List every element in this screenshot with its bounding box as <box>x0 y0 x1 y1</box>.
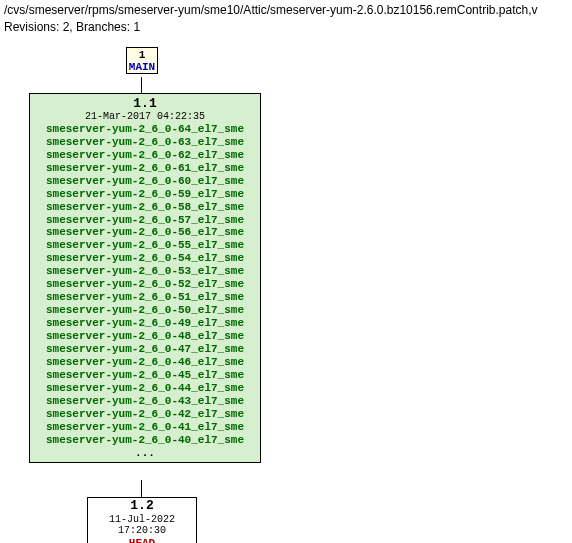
tag-entry: smeserver-yum-2_6_0-59_el7_sme <box>33 188 257 201</box>
tag-entry: smeserver-yum-2_6_0-57_el7_sme <box>33 214 257 227</box>
revisions-line: Revisions: 2, Branches: 1 <box>4 19 568 36</box>
tag-entry: smeserver-yum-2_6_0-51_el7_sme <box>33 291 257 304</box>
revision-graph: 1 MAIN 1.1 21-Mar-2017 04:22:35 smeserve… <box>0 38 572 543</box>
tag-entry: smeserver-yum-2_6_0-50_el7_sme <box>33 304 257 317</box>
tag-entry: smeserver-yum-2_6_0-58_el7_sme <box>33 201 257 214</box>
tag-entry: smeserver-yum-2_6_0-60_el7_sme <box>33 175 257 188</box>
revision-version: 1.2 <box>88 499 196 514</box>
revision-version: 1.1 <box>33 96 257 111</box>
branch-num: 1 <box>127 49 157 61</box>
tag-entry: smeserver-yum-2_6_0-43_el7_sme <box>33 395 257 408</box>
head-label: HEAD <box>88 537 196 543</box>
file-path: /cvs/smeserver/rpms/smeserver-yum/sme10/… <box>4 2 568 19</box>
tag-entry: smeserver-yum-2_6_0-56_el7_sme <box>33 226 257 239</box>
edge <box>141 480 142 497</box>
tag-entry: smeserver-yum-2_6_0-48_el7_sme <box>33 330 257 343</box>
tag-entry: smeserver-yum-2_6_0-41_el7_sme <box>33 421 257 434</box>
header: /cvs/smeserver/rpms/smeserver-yum/sme10/… <box>0 0 572 38</box>
tag-entry: smeserver-yum-2_6_0-62_el7_sme <box>33 149 257 162</box>
tag-entry: smeserver-yum-2_6_0-53_el7_sme <box>33 265 257 278</box>
tag-entry: smeserver-yum-2_6_0-52_el7_sme <box>33 278 257 291</box>
revision-date: 21-Mar-2017 04:22:35 <box>33 111 257 123</box>
tag-entry: smeserver-yum-2_6_0-63_el7_sme <box>33 136 257 149</box>
tag-entry: smeserver-yum-2_6_0-49_el7_sme <box>33 317 257 330</box>
tag-entry: smeserver-yum-2_6_0-40_el7_sme <box>33 434 257 447</box>
edge <box>141 77 142 93</box>
tag-entry: smeserver-yum-2_6_0-54_el7_sme <box>33 252 257 265</box>
tag-entry: smeserver-yum-2_6_0-61_el7_sme <box>33 162 257 175</box>
revision-date: 11-Jul-2022 17:20:30 <box>88 514 196 537</box>
tag-entry: smeserver-yum-2_6_0-64_el7_sme <box>33 123 257 136</box>
tag-list: smeserver-yum-2_6_0-64_el7_smesmeserver-… <box>33 123 257 447</box>
tag-entry: smeserver-yum-2_6_0-47_el7_sme <box>33 343 257 356</box>
tag-entry: smeserver-yum-2_6_0-55_el7_sme <box>33 239 257 252</box>
branch-node-main: 1 MAIN <box>126 47 158 74</box>
revision-node-1-2: 1.2 11-Jul-2022 17:20:30 HEAD <box>87 497 197 543</box>
tag-entry: smeserver-yum-2_6_0-42_el7_sme <box>33 408 257 421</box>
tag-entry: smeserver-yum-2_6_0-45_el7_sme <box>33 369 257 382</box>
tag-entry: smeserver-yum-2_6_0-46_el7_sme <box>33 356 257 369</box>
branch-label: MAIN <box>127 61 157 73</box>
revision-node-1-1: 1.1 21-Mar-2017 04:22:35 smeserver-yum-2… <box>29 93 261 463</box>
more-dots: ... <box>33 447 257 460</box>
tag-entry: smeserver-yum-2_6_0-44_el7_sme <box>33 382 257 395</box>
